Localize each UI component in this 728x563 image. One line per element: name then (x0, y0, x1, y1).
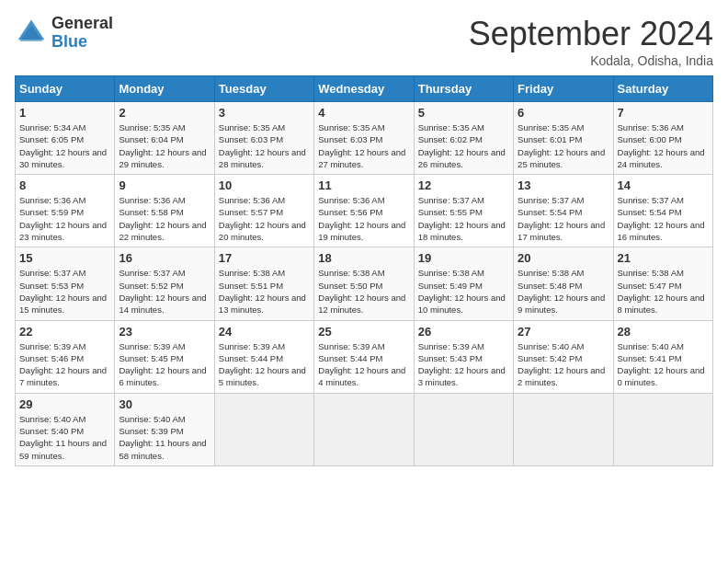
day-number: 20 (518, 251, 609, 265)
day-number: 27 (518, 325, 609, 339)
calendar-cell: 11 Sunrise: 5:36 AMSunset: 5:56 PMDaylig… (314, 175, 414, 247)
calendar-cell: 25 Sunrise: 5:39 AMSunset: 5:44 PMDaylig… (314, 320, 414, 393)
day-number: 19 (418, 251, 509, 265)
day-info: Sunrise: 5:38 AMSunset: 5:48 PMDaylight:… (518, 267, 609, 316)
day-info: Sunrise: 5:36 AMSunset: 6:00 PMDaylight:… (618, 121, 709, 170)
day-info: Sunrise: 5:39 AMSunset: 5:44 PMDaylight:… (219, 340, 310, 389)
day-number: 11 (318, 178, 409, 192)
day-number: 4 (318, 106, 409, 120)
day-info: Sunrise: 5:37 AMSunset: 5:55 PMDaylight:… (418, 194, 509, 243)
day-number: 5 (418, 106, 509, 120)
day-header-sunday: Sunday (16, 76, 115, 102)
calendar-cell: 29 Sunrise: 5:40 AMSunset: 5:40 PMDaylig… (16, 393, 115, 465)
calendar-cell: 10 Sunrise: 5:36 AMSunset: 5:57 PMDaylig… (214, 175, 313, 247)
day-header-saturday: Saturday (613, 76, 712, 102)
day-info: Sunrise: 5:36 AMSunset: 5:57 PMDaylight:… (219, 194, 310, 243)
calendar-cell: 9 Sunrise: 5:36 AMSunset: 5:58 PMDayligh… (115, 175, 214, 247)
day-info: Sunrise: 5:40 AMSunset: 5:39 PMDaylight:… (119, 413, 210, 462)
day-info: Sunrise: 5:38 AMSunset: 5:51 PMDaylight:… (219, 267, 310, 316)
calendar-week-2: 8 Sunrise: 5:36 AMSunset: 5:59 PMDayligh… (16, 175, 713, 247)
calendar-cell: 7 Sunrise: 5:36 AMSunset: 6:00 PMDayligh… (613, 102, 712, 175)
day-info: Sunrise: 5:37 AMSunset: 5:54 PMDaylight:… (518, 194, 609, 243)
day-info: Sunrise: 5:40 AMSunset: 5:40 PMDaylight:… (19, 413, 110, 462)
day-info: Sunrise: 5:35 AMSunset: 6:02 PMDaylight:… (418, 121, 509, 170)
day-number: 30 (119, 397, 210, 411)
day-info: Sunrise: 5:40 AMSunset: 5:42 PMDaylight:… (518, 340, 609, 389)
calendar-cell: 12 Sunrise: 5:37 AMSunset: 5:55 PMDaylig… (414, 175, 513, 247)
day-info: Sunrise: 5:35 AMSunset: 6:03 PMDaylight:… (318, 121, 409, 170)
calendar-cell: 15 Sunrise: 5:37 AMSunset: 5:53 PMDaylig… (16, 247, 115, 320)
day-number: 3 (219, 106, 310, 120)
calendar-cell: 30 Sunrise: 5:40 AMSunset: 5:39 PMDaylig… (115, 393, 214, 465)
logo-general: General (51, 15, 113, 33)
calendar-week-3: 15 Sunrise: 5:37 AMSunset: 5:53 PMDaylig… (16, 247, 713, 320)
calendar-cell: 5 Sunrise: 5:35 AMSunset: 6:02 PMDayligh… (414, 102, 513, 175)
day-header-friday: Friday (514, 76, 613, 102)
calendar-cell: 20 Sunrise: 5:38 AMSunset: 5:48 PMDaylig… (514, 247, 613, 320)
day-info: Sunrise: 5:37 AMSunset: 5:53 PMDaylight:… (19, 267, 110, 316)
day-number: 26 (418, 325, 509, 339)
day-header-tuesday: Tuesday (214, 76, 313, 102)
day-header-wednesday: Wednesday (314, 76, 414, 102)
day-number: 9 (119, 178, 210, 192)
day-number: 24 (219, 325, 310, 339)
calendar-header-row: SundayMondayTuesdayWednesdayThursdayFrid… (16, 76, 713, 102)
day-number: 22 (19, 325, 110, 339)
day-info: Sunrise: 5:36 AMSunset: 5:56 PMDaylight:… (318, 194, 409, 243)
calendar-cell: 19 Sunrise: 5:38 AMSunset: 5:49 PMDaylig… (414, 247, 513, 320)
day-number: 13 (518, 178, 609, 192)
calendar-cell: 23 Sunrise: 5:39 AMSunset: 5:45 PMDaylig… (115, 320, 214, 393)
day-header-monday: Monday (115, 76, 214, 102)
title-block: September 2024 Kodala, Odisha, India (469, 15, 713, 68)
day-info: Sunrise: 5:39 AMSunset: 5:43 PMDaylight:… (418, 340, 509, 389)
calendar-table: SundayMondayTuesdayWednesdayThursdayFrid… (15, 75, 713, 466)
day-header-thursday: Thursday (414, 76, 513, 102)
calendar-cell: 13 Sunrise: 5:37 AMSunset: 5:54 PMDaylig… (514, 175, 613, 247)
day-info: Sunrise: 5:35 AMSunset: 6:01 PMDaylight:… (518, 121, 609, 170)
calendar-cell: 6 Sunrise: 5:35 AMSunset: 6:01 PMDayligh… (514, 102, 613, 175)
day-number: 14 (618, 178, 709, 192)
day-number: 8 (19, 178, 110, 192)
day-number: 2 (119, 106, 210, 120)
day-number: 7 (618, 106, 709, 120)
day-number: 17 (219, 251, 310, 265)
day-info: Sunrise: 5:35 AMSunset: 6:04 PMDaylight:… (119, 121, 210, 170)
logo-text: General Blue (51, 15, 113, 52)
calendar-cell: 28 Sunrise: 5:40 AMSunset: 5:41 PMDaylig… (613, 320, 712, 393)
day-number: 18 (318, 251, 409, 265)
day-info: Sunrise: 5:37 AMSunset: 5:52 PMDaylight:… (119, 267, 210, 316)
calendar-cell: 26 Sunrise: 5:39 AMSunset: 5:43 PMDaylig… (414, 320, 513, 393)
calendar-cell: 1 Sunrise: 5:34 AMSunset: 6:05 PMDayligh… (16, 102, 115, 175)
day-info: Sunrise: 5:37 AMSunset: 5:54 PMDaylight:… (618, 194, 709, 243)
day-number: 23 (119, 325, 210, 339)
logo-icon (15, 17, 48, 50)
day-info: Sunrise: 5:38 AMSunset: 5:50 PMDaylight:… (318, 267, 409, 316)
calendar-cell: 14 Sunrise: 5:37 AMSunset: 5:54 PMDaylig… (613, 175, 712, 247)
day-number: 28 (618, 325, 709, 339)
page-header: General Blue September 2024 Kodala, Odis… (15, 15, 713, 68)
calendar-week-5: 29 Sunrise: 5:40 AMSunset: 5:40 PMDaylig… (16, 393, 713, 465)
calendar-cell (613, 393, 712, 465)
calendar-cell: 4 Sunrise: 5:35 AMSunset: 6:03 PMDayligh… (314, 102, 414, 175)
day-number: 21 (618, 251, 709, 265)
day-number: 6 (518, 106, 609, 120)
day-info: Sunrise: 5:38 AMSunset: 5:49 PMDaylight:… (418, 267, 509, 316)
day-info: Sunrise: 5:39 AMSunset: 5:45 PMDaylight:… (119, 340, 210, 389)
calendar-cell: 17 Sunrise: 5:38 AMSunset: 5:51 PMDaylig… (214, 247, 313, 320)
day-number: 10 (219, 178, 310, 192)
month-title: September 2024 (469, 15, 713, 53)
logo-blue-text: Blue (51, 33, 113, 52)
calendar-cell: 21 Sunrise: 5:38 AMSunset: 5:47 PMDaylig… (613, 247, 712, 320)
calendar-cell: 3 Sunrise: 5:35 AMSunset: 6:03 PMDayligh… (214, 102, 313, 175)
calendar-cell: 2 Sunrise: 5:35 AMSunset: 6:04 PMDayligh… (115, 102, 214, 175)
day-info: Sunrise: 5:36 AMSunset: 5:58 PMDaylight:… (119, 194, 210, 243)
day-info: Sunrise: 5:36 AMSunset: 5:59 PMDaylight:… (19, 194, 110, 243)
calendar-cell: 27 Sunrise: 5:40 AMSunset: 5:42 PMDaylig… (514, 320, 613, 393)
day-number: 15 (19, 251, 110, 265)
day-info: Sunrise: 5:39 AMSunset: 5:44 PMDaylight:… (318, 340, 409, 389)
logo: General Blue (15, 15, 113, 52)
day-info: Sunrise: 5:39 AMSunset: 5:46 PMDaylight:… (19, 340, 110, 389)
day-info: Sunrise: 5:34 AMSunset: 6:05 PMDaylight:… (19, 121, 110, 170)
calendar-cell (414, 393, 513, 465)
day-number: 25 (318, 325, 409, 339)
